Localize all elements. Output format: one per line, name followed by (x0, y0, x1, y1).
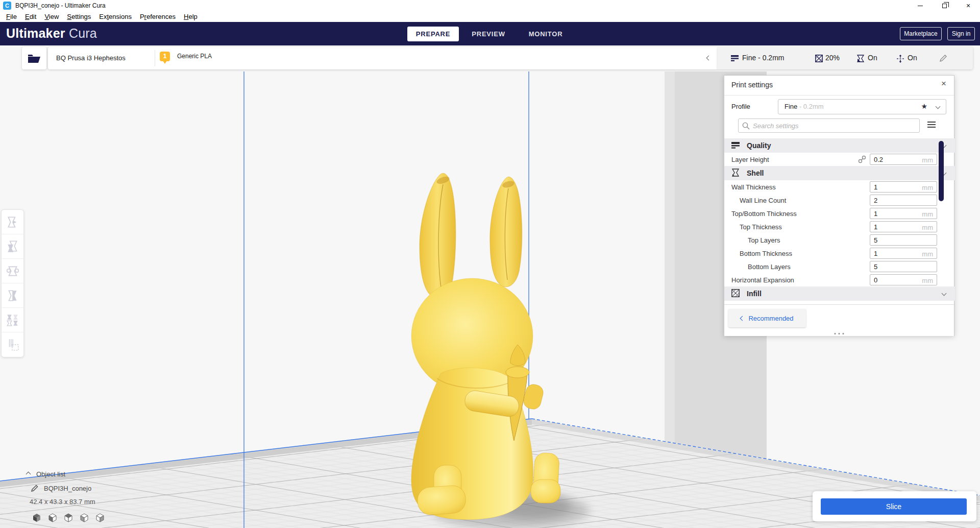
setting-input[interactable]: mm (870, 181, 937, 193)
open-file-button[interactable] (22, 47, 46, 69)
pencil-icon[interactable] (939, 54, 947, 62)
marketplace-button[interactable]: Marketplace (900, 27, 942, 40)
per-model-settings-button[interactable] (2, 308, 23, 332)
view-orientation-bar (32, 513, 105, 522)
panel-title: Print settings (731, 81, 773, 89)
setting-row-wall-thickness: Wall Thickness mm (724, 180, 955, 194)
folder-icon (28, 53, 41, 64)
summary-support: On (868, 54, 877, 62)
setting-label: Wall Line Count (740, 197, 786, 204)
tab-prepare[interactable]: PREPARE (407, 27, 459, 41)
support-blocker-button[interactable] (2, 332, 23, 357)
chevron-left-icon[interactable] (706, 56, 712, 61)
view-front-button[interactable] (47, 513, 57, 522)
object-list-item[interactable]: BQPI3H_conejo (31, 484, 91, 492)
minimize-button[interactable] (909, 0, 932, 11)
pencil-icon (31, 484, 39, 492)
setting-input[interactable]: mm (870, 208, 937, 219)
setting-input[interactable] (870, 261, 937, 272)
action-panel: Slice (813, 491, 976, 521)
restore-button[interactable] (933, 0, 956, 11)
printer-name: BQ Prusa i3 Hephestos (56, 54, 126, 62)
settings-search[interactable] (738, 118, 920, 133)
profile-label: Profile (731, 103, 750, 110)
view-left-button[interactable] (79, 513, 89, 522)
restore-icon (942, 4, 947, 8)
link-icon[interactable] (858, 155, 866, 163)
menu-view[interactable]: View (40, 11, 63, 22)
ultimaker-cura-logo: Ultimaker Cura (6, 26, 97, 41)
setting-label: Top Thickness (740, 223, 782, 231)
profile-value: Fine (785, 103, 797, 110)
cura-app-icon: C (3, 2, 11, 10)
setting-row-top-layers: Top Layers (724, 233, 955, 247)
model-dimensions: 42.4 x 43.3 x 83.7 mm (30, 498, 95, 506)
panel-drag-handle[interactable] (835, 333, 844, 334)
settings-scrollbar[interactable] (939, 141, 944, 201)
settings-section-shell[interactable]: Shell (724, 166, 955, 180)
menu-extensions[interactable]: Extensions (95, 11, 136, 22)
scale-tool-button[interactable] (2, 234, 23, 259)
settings-section-infill[interactable]: Infill (724, 286, 955, 301)
setting-input[interactable]: mm (870, 274, 937, 285)
setting-input[interactable]: mm (870, 221, 937, 232)
infill-icon (815, 55, 823, 62)
cube-top-icon (64, 513, 73, 522)
object-name: BQPI3H_conejo (44, 485, 91, 492)
setting-input[interactable] (870, 195, 937, 206)
object-list-toggle[interactable]: Object list (27, 470, 65, 478)
close-icon: × (966, 2, 970, 9)
tab-preview[interactable]: PREVIEW (465, 27, 512, 41)
title-bar: C BQPI3H_conejo - Ultimaker Cura × (0, 0, 980, 11)
setting-input[interactable] (870, 234, 937, 246)
cube-3d-icon (32, 513, 41, 522)
panel-close-button[interactable]: × (939, 79, 949, 89)
menu-bar: File Edit View Settings Extensions Prefe… (0, 11, 980, 22)
profile-layers-icon (731, 55, 739, 62)
settings-list: Quality Layer Height mm Shell Wall Thick… (724, 138, 955, 301)
menu-settings[interactable]: Settings (63, 11, 95, 22)
view-3d-button[interactable] (32, 513, 41, 522)
object-list-label: Object list (36, 470, 65, 478)
divider (724, 95, 954, 95)
setting-label: Wall Thickness (731, 183, 776, 191)
settings-section-quality[interactable]: Quality (724, 138, 955, 153)
search-input[interactable] (753, 121, 916, 131)
setting-label: Bottom Thickness (740, 250, 792, 257)
tab-monitor[interactable]: MONITOR (522, 27, 570, 41)
per-model-settings-icon (6, 314, 19, 327)
setting-input[interactable]: mm (870, 248, 937, 259)
mirror-icon (6, 289, 19, 302)
cube-front-icon (48, 513, 57, 522)
print-settings-summary[interactable]: Fine - 0.2mm 20% On On (718, 47, 973, 69)
setting-label: Top/Bottom Thickness (731, 210, 797, 218)
mirror-tool-button[interactable] (2, 283, 23, 308)
support-blocker-icon (6, 338, 19, 351)
menu-edit[interactable]: Edit (21, 11, 40, 22)
slice-button[interactable]: Slice (821, 498, 967, 515)
setting-input[interactable]: mm (870, 154, 937, 165)
rotate-icon (6, 265, 19, 278)
chevron-down-icon (936, 104, 941, 109)
menu-preferences[interactable]: Preferences (136, 11, 180, 22)
close-button[interactable]: × (957, 0, 980, 11)
view-right-button[interactable] (95, 513, 105, 522)
printer-material-bar: BQ Prusa i3 Hephestos 1 Generic PLA (48, 47, 718, 69)
move-tool-button[interactable] (2, 210, 23, 234)
scale-icon (6, 240, 19, 253)
menu-help[interactable]: Help (180, 11, 202, 22)
recommended-button[interactable]: Recommended (728, 309, 806, 327)
settings-menu-icon[interactable] (927, 122, 936, 129)
search-icon (742, 122, 750, 130)
profile-dropdown[interactable]: Fine - 0.2mm ★ (778, 99, 946, 114)
rotate-tool-button[interactable] (2, 259, 23, 283)
setting-row-bottom-thickness: Bottom Thickness mm (724, 247, 955, 260)
star-icon[interactable]: ★ (921, 102, 927, 110)
view-top-button[interactable] (63, 513, 73, 522)
chevron-up-icon (26, 472, 31, 477)
sign-in-button[interactable]: Sign in (947, 27, 975, 40)
infill-icon (731, 289, 740, 297)
menu-file[interactable]: File (2, 11, 21, 22)
model-rabbit[interactable] (407, 170, 566, 527)
shell-icon (731, 169, 740, 177)
